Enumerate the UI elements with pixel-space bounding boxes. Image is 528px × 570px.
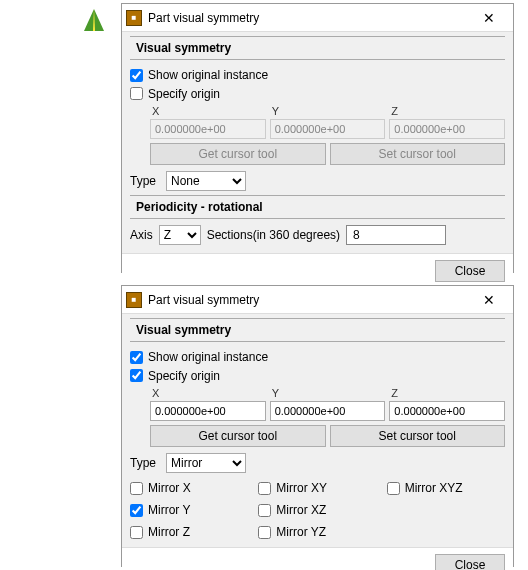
mirror-yz-input[interactable] (258, 526, 271, 539)
mirror-y-checkbox[interactable]: Mirror Y (130, 503, 248, 517)
cursor-tool-row: Get cursor tool Set cursor tool (150, 425, 505, 447)
titlebar[interactable]: ■ Part visual symmetry ✕ (122, 4, 513, 32)
mirror-xyz-checkbox[interactable]: Mirror XYZ (387, 481, 505, 495)
specify-origin-input[interactable] (130, 87, 143, 100)
show-original-label: Show original instance (148, 350, 268, 364)
mirror-x-checkbox[interactable]: Mirror X (130, 481, 248, 495)
specify-origin-label: Specify origin (148, 87, 220, 101)
origin-z-label: Z (389, 105, 505, 117)
axis-row: Axis Z Sections(in 360 degrees) (130, 225, 505, 245)
show-original-input[interactable] (130, 69, 143, 82)
dialog-body: Visual symmetry Show original instance S… (122, 32, 513, 253)
mirror-options-grid: Mirror X Mirror XY Mirror XYZ Mirror Y M… (130, 479, 505, 541)
type-label: Type (130, 456, 160, 470)
origin-y-label: Y (270, 105, 386, 117)
origin-y-col: Y (270, 105, 386, 139)
mirror-x-label: Mirror X (148, 481, 191, 495)
cursor-tool-row: Get cursor tool Set cursor tool (150, 143, 505, 165)
type-row: Type None (130, 171, 505, 191)
mirror-xz-input[interactable] (258, 504, 271, 517)
origin-y-col: Y (270, 387, 386, 421)
close-icon[interactable]: ✕ (471, 289, 507, 311)
get-cursor-tool-button[interactable]: Get cursor tool (150, 143, 326, 165)
show-original-checkbox[interactable]: Show original instance (130, 68, 268, 82)
axis-label: Axis (130, 228, 153, 242)
dialog-icon: ■ (126, 10, 142, 26)
dialog-footer: Close (122, 547, 513, 570)
part-visual-symmetry-dialog-1: ■ Part visual symmetry ✕ Visual symmetry… (121, 3, 514, 273)
mirror-xy-checkbox[interactable]: Mirror XY (258, 481, 376, 495)
mirror-xyz-label: Mirror XYZ (405, 481, 463, 495)
origin-y-label: Y (270, 387, 386, 399)
section-periodicity: Periodicity - rotational (130, 195, 505, 219)
sections-input[interactable] (346, 225, 446, 245)
origin-xyz-row: X Y Z (150, 105, 505, 139)
origin-y-input[interactable] (270, 401, 386, 421)
origin-z-col: Z (389, 105, 505, 139)
show-original-input[interactable] (130, 351, 143, 364)
close-button[interactable]: Close (435, 554, 505, 570)
specify-origin-checkbox[interactable]: Specify origin (130, 87, 220, 101)
show-original-checkbox[interactable]: Show original instance (130, 350, 268, 364)
type-row: Type Mirror (130, 453, 505, 473)
specify-origin-input[interactable] (130, 369, 143, 382)
dialog-icon: ■ (126, 292, 142, 308)
origin-z-input (389, 119, 505, 139)
mirror-xz-label: Mirror XZ (276, 503, 326, 517)
origin-z-label: Z (389, 387, 505, 399)
mirror-z-label: Mirror Z (148, 525, 190, 539)
origin-x-input (150, 119, 266, 139)
origin-x-label: X (150, 105, 266, 117)
road-app-icon (80, 6, 108, 34)
close-button[interactable]: Close (435, 260, 505, 282)
part-visual-symmetry-dialog-2: ■ Part visual symmetry ✕ Visual symmetry… (121, 285, 514, 567)
type-select[interactable]: None (166, 171, 246, 191)
dialog-title: Part visual symmetry (148, 293, 471, 307)
dialog-body: Visual symmetry Show original instance S… (122, 314, 513, 547)
type-label: Type (130, 174, 160, 188)
origin-xyz-row: X Y Z (150, 387, 505, 421)
mirror-y-input[interactable] (130, 504, 143, 517)
axis-select[interactable]: Z (159, 225, 201, 245)
section-visual-symmetry: Visual symmetry (130, 318, 505, 342)
show-original-label: Show original instance (148, 68, 268, 82)
specify-origin-checkbox[interactable]: Specify origin (130, 369, 220, 383)
type-select[interactable]: Mirror (166, 453, 246, 473)
set-cursor-tool-button[interactable]: Set cursor tool (330, 143, 506, 165)
get-cursor-tool-button[interactable]: Get cursor tool (150, 425, 326, 447)
origin-x-input[interactable] (150, 401, 266, 421)
mirror-xy-label: Mirror XY (276, 481, 327, 495)
sections-label: Sections(in 360 degrees) (207, 228, 340, 242)
origin-x-label: X (150, 387, 266, 399)
mirror-xz-checkbox[interactable]: Mirror XZ (258, 503, 376, 517)
specify-origin-label: Specify origin (148, 369, 220, 383)
origin-x-col: X (150, 387, 266, 421)
mirror-xy-input[interactable] (258, 482, 271, 495)
close-icon[interactable]: ✕ (471, 7, 507, 29)
mirror-x-input[interactable] (130, 482, 143, 495)
mirror-z-checkbox[interactable]: Mirror Z (130, 525, 248, 539)
titlebar[interactable]: ■ Part visual symmetry ✕ (122, 286, 513, 314)
mirror-yz-label: Mirror YZ (276, 525, 326, 539)
set-cursor-tool-button[interactable]: Set cursor tool (330, 425, 506, 447)
mirror-xyz-input[interactable] (387, 482, 400, 495)
origin-y-input (270, 119, 386, 139)
origin-x-col: X (150, 105, 266, 139)
dialog-title: Part visual symmetry (148, 11, 471, 25)
section-visual-symmetry: Visual symmetry (130, 36, 505, 60)
mirror-z-input[interactable] (130, 526, 143, 539)
dialog-footer: Close (122, 253, 513, 288)
mirror-y-label: Mirror Y (148, 503, 190, 517)
origin-z-input[interactable] (389, 401, 505, 421)
origin-z-col: Z (389, 387, 505, 421)
mirror-yz-checkbox[interactable]: Mirror YZ (258, 525, 376, 539)
